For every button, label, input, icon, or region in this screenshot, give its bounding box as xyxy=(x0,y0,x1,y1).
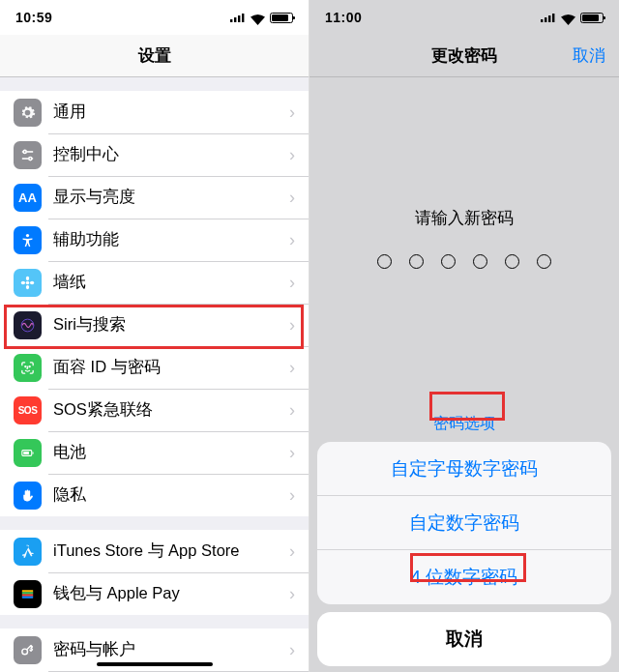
signal-icon xyxy=(541,13,556,22)
row-label: 钱包与 Apple Pay xyxy=(53,583,289,604)
status-time: 10:59 xyxy=(15,10,52,25)
svg-rect-32 xyxy=(552,14,554,22)
sheet-cancel-button[interactable]: 取消 xyxy=(317,612,611,666)
svg-point-17 xyxy=(25,365,26,366)
battery-icon xyxy=(580,13,604,23)
signal-icon xyxy=(230,13,246,22)
status-time: 11:00 xyxy=(325,10,362,25)
svg-rect-24 xyxy=(22,592,33,594)
passcode-dots xyxy=(310,254,619,269)
row-general[interactable]: 通用 › xyxy=(0,91,309,133)
row-itunes[interactable]: iTunes Store 与 App Store › xyxy=(0,530,309,572)
chevron-right-icon: › xyxy=(289,188,295,208)
row-sos[interactable]: SOS SOS紧急联络 › xyxy=(0,389,309,431)
appstore-icon xyxy=(14,538,42,566)
svg-point-14 xyxy=(21,280,25,283)
passcode-options-link[interactable]: 密码选项 xyxy=(310,414,619,434)
nav-bar: 更改密码 取消 xyxy=(310,35,619,77)
row-wallpaper[interactable]: 墙纸 › xyxy=(0,261,309,304)
wifi-icon xyxy=(561,13,575,23)
passcode-dot xyxy=(505,254,519,269)
svg-rect-21 xyxy=(23,452,29,454)
svg-rect-26 xyxy=(22,596,33,598)
flower-icon xyxy=(14,269,42,297)
row-label: 面容 ID 与密码 xyxy=(53,357,289,378)
home-indicator xyxy=(97,662,213,666)
row-label: 辅助功能 xyxy=(53,229,289,250)
row-label: 电池 xyxy=(53,442,289,463)
settings-list: 通用 › 控制中心 › AA 显示与亮度 › 辅助功能 › xyxy=(0,77,309,672)
svg-point-7 xyxy=(29,157,32,160)
row-label: 密码与帐户 xyxy=(53,639,289,660)
svg-rect-29 xyxy=(541,19,543,22)
nav-title: 更改密码 xyxy=(431,44,497,67)
text-size-icon: AA xyxy=(14,184,42,212)
passcode-dot xyxy=(537,254,551,269)
nav-cancel-button[interactable]: 取消 xyxy=(573,44,605,67)
svg-point-11 xyxy=(26,280,30,284)
passcode-dot xyxy=(377,254,392,269)
svg-point-18 xyxy=(29,365,30,366)
chevron-right-icon: › xyxy=(289,358,295,378)
svg-rect-30 xyxy=(545,17,546,22)
battery-icon xyxy=(270,13,293,23)
svg-point-27 xyxy=(22,649,28,655)
svg-point-15 xyxy=(30,280,34,283)
passcode-dot xyxy=(473,254,487,269)
chevron-right-icon: › xyxy=(289,315,295,336)
chevron-right-icon: › xyxy=(289,443,295,463)
chevron-right-icon: › xyxy=(289,102,295,123)
svg-rect-25 xyxy=(22,594,33,596)
row-control-center[interactable]: 控制中心 › xyxy=(0,133,309,176)
svg-point-16 xyxy=(21,319,34,332)
chevron-right-icon: › xyxy=(289,640,295,660)
wallet-icon xyxy=(14,580,42,608)
sos-icon: SOS xyxy=(14,396,42,424)
status-indicators xyxy=(230,13,293,23)
sheet-numeric-button[interactable]: 自定数字密码 xyxy=(317,496,611,550)
chevron-right-icon: › xyxy=(289,541,295,562)
row-label: Siri与搜索 xyxy=(53,314,289,336)
row-privacy[interactable]: 隐私 › xyxy=(0,474,309,516)
status-bar: 11:00 xyxy=(310,0,619,35)
gear-icon xyxy=(14,99,42,127)
svg-rect-23 xyxy=(22,590,33,592)
battery-icon xyxy=(14,439,42,467)
svg-rect-20 xyxy=(32,452,33,453)
sheet-btn-label: 自定字母数字密码 xyxy=(391,456,538,482)
svg-point-4 xyxy=(23,150,26,153)
row-battery[interactable]: 电池 › xyxy=(0,431,309,474)
chevron-right-icon: › xyxy=(289,273,295,293)
hand-icon xyxy=(14,482,42,510)
svg-point-13 xyxy=(26,284,29,288)
passcode-dot xyxy=(441,254,456,269)
phone-settings: 10:59 设置 通用 › xyxy=(0,0,310,672)
row-wallet[interactable]: 钱包与 Apple Pay › xyxy=(0,572,309,615)
chevron-right-icon: › xyxy=(289,230,295,250)
sheet-btn-label: 4 位数字密码 xyxy=(411,565,518,590)
chevron-right-icon: › xyxy=(289,400,295,421)
row-label: 隐私 xyxy=(53,484,289,506)
sliders-icon xyxy=(14,141,42,169)
chevron-right-icon: › xyxy=(289,584,295,604)
phone-passcode: 11:00 更改密码 取消 请输入新密码 密码 xyxy=(310,0,619,672)
sheet-btn-label: 自定数字密码 xyxy=(409,511,519,536)
chevron-right-icon: › xyxy=(289,145,295,165)
row-label: 控制中心 xyxy=(53,144,289,165)
faceid-icon xyxy=(14,354,42,382)
svg-rect-0 xyxy=(230,19,232,22)
row-label: iTunes Store 与 App Store xyxy=(53,541,289,562)
siri-icon xyxy=(14,311,42,339)
sheet-alnum-button[interactable]: 自定字母数字密码 xyxy=(317,442,611,496)
status-indicators xyxy=(541,13,604,23)
row-faceid[interactable]: 面容 ID 与密码 › xyxy=(0,346,309,389)
sheet-4digit-button[interactable]: 4 位数字密码 xyxy=(317,550,611,604)
row-accessibility[interactable]: 辅助功能 › xyxy=(0,219,309,261)
row-siri[interactable]: Siri与搜索 › xyxy=(0,304,309,346)
svg-rect-2 xyxy=(238,15,240,22)
sheet-cancel-label: 取消 xyxy=(446,627,483,652)
row-display[interactable]: AA 显示与亮度 › xyxy=(0,176,309,219)
svg-point-12 xyxy=(26,276,29,279)
row-label: 墙纸 xyxy=(53,272,289,293)
action-sheet-group: 自定字母数字密码 自定数字密码 4 位数字密码 xyxy=(317,442,611,604)
